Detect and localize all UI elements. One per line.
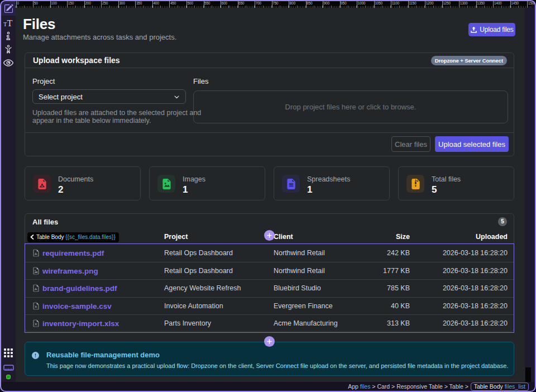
svg-text:T: T <box>7 18 13 28</box>
